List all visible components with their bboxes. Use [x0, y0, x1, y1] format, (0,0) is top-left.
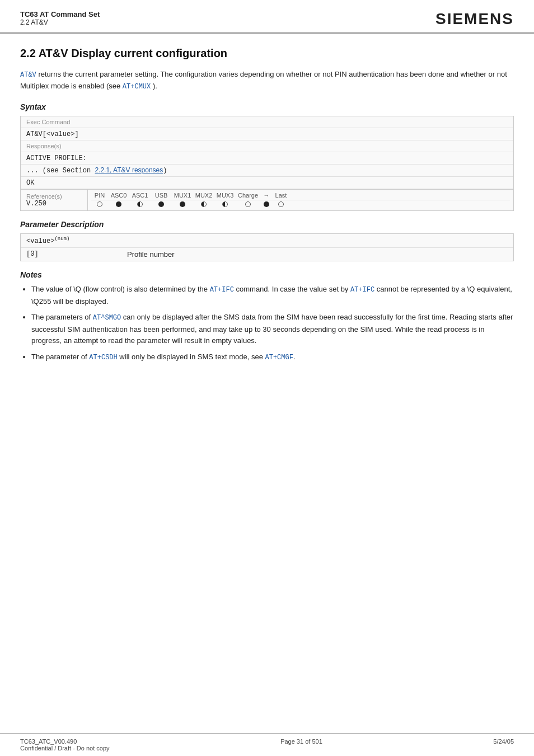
at-ifc-link-1[interactable]: AT+IFC — [210, 286, 234, 294]
param-val: Profile number — [127, 250, 508, 259]
notes-heading: Notes — [20, 270, 514, 279]
col-asc0: ASC0 — [108, 192, 129, 199]
col-pin: PIN — [91, 192, 108, 199]
section-heading: 2.2 AT&V Display current configuration — [20, 47, 514, 60]
ref-table-right: PIN ASC0 ASC1 USB MUX1 MUX2 MUX3 Charge … — [88, 190, 513, 210]
footer-doc-id: TC63_ATC_V00.490 — [20, 738, 110, 745]
response-close: ) — [163, 167, 167, 175]
param-code: <value>(num) — [26, 237, 69, 245]
intro-text3: ). — [153, 82, 157, 90]
header-subtitle: 2.2 AT&V — [20, 18, 100, 26]
ref-table-left: Reference(s) V.250 — [21, 190, 88, 210]
ref-label: Reference(s) — [26, 193, 82, 200]
section-number: 2.2 — [20, 47, 36, 59]
ref-value: V.250 — [26, 200, 82, 208]
syntax-heading: Syntax — [20, 102, 514, 111]
indicator-arrow — [260, 201, 273, 208]
page: TC63 AT Command Set 2.2 AT&V SIEMENS 2.2… — [0, 0, 534, 756]
ok-text: OK — [26, 179, 34, 187]
circle-filled-asc0 — [116, 201, 121, 207]
col-last: Last — [273, 192, 289, 199]
indicator-charge — [236, 201, 260, 208]
at-cmgf-link[interactable]: AT+CMGF — [265, 354, 293, 361]
indicator-asc0 — [108, 201, 129, 208]
note-item-2: The parameters of AT^SMGO can only be di… — [31, 312, 514, 347]
cmux-link[interactable]: AT+CMUX — [123, 83, 151, 91]
response-ellipsis: ... (see Section — [26, 167, 95, 175]
indicator-mux2 — [193, 201, 214, 208]
at-smgo-link[interactable]: AT^SMGO — [93, 314, 121, 322]
at-ifc-link-2[interactable]: AT+IFC — [350, 286, 374, 294]
circle-filled-mux1 — [180, 201, 185, 207]
circle-half-asc1 — [137, 201, 143, 207]
syntax-box: Exec Command AT&V[<value>] Response(s) A… — [20, 116, 514, 211]
footer-left: TC63_ATC_V00.490 Confidential / Draft - … — [20, 738, 110, 752]
siemens-logo: SIEMENS — [435, 10, 514, 28]
circle-filled-arrow — [264, 201, 269, 207]
ref-table-wrapper: Reference(s) V.250 PIN ASC0 ASC1 USB MUX… — [21, 189, 513, 210]
indicator-usb — [151, 201, 172, 208]
circle-empty-pin — [97, 201, 102, 207]
indicator-last — [273, 201, 289, 208]
notes-list: The value of \Q (flow control) is also d… — [20, 284, 514, 363]
exec-code-row: AT&V[<value>] — [21, 128, 513, 140]
footer-confidential: Confidential / Draft - Do not copy — [20, 745, 110, 752]
footer: TC63_ATC_V00.490 Confidential / Draft - … — [0, 733, 534, 756]
indicator-mux3 — [214, 201, 236, 208]
ok-row: OK — [21, 177, 513, 189]
ref-header-row: PIN ASC0 ASC1 USB MUX1 MUX2 MUX3 Charge … — [91, 191, 510, 200]
circle-filled-usb — [158, 201, 164, 207]
param-name-row: <value>(num) — [21, 234, 513, 248]
circle-empty-last — [278, 201, 284, 207]
main-content: 2.2 AT&V Display current configuration A… — [0, 34, 534, 733]
footer-page: Page 31 of 501 — [280, 738, 322, 752]
indicator-asc1 — [129, 201, 151, 208]
exec-label-row: Exec Command — [21, 116, 513, 128]
section-link[interactable]: 2.2.1, AT&V responses — [95, 166, 163, 174]
note-item-3: The parameter of AT+CSDH will only be di… — [31, 351, 514, 363]
section-title: AT&V Display current configuration — [39, 47, 227, 59]
note-item-1: The value of \Q (flow control) is also d… — [31, 284, 514, 307]
intro-paragraph: AT&V returns the current parameter setti… — [20, 69, 514, 92]
col-charge: Charge — [236, 192, 260, 199]
exec-code: AT&V[<value>] — [26, 130, 79, 138]
col-arrow: → — [260, 192, 273, 199]
at-csdh-link[interactable]: AT+CSDH — [89, 354, 117, 361]
indicator-pin — [91, 201, 108, 208]
param-key: [0] — [26, 250, 127, 259]
response-code1: ACTIVE PROFILE: — [26, 154, 87, 162]
col-asc1: ASC1 — [129, 192, 151, 199]
circle-half-mux3 — [222, 201, 228, 207]
exec-label: Exec Command — [26, 119, 70, 125]
response-text-row: ... (see Section 2.2.1, AT&V responses) — [21, 165, 513, 177]
param-desc-row: [0] Profile number — [21, 248, 513, 261]
col-usb: USB — [151, 192, 172, 199]
intro-text2: returns the current parameter setting. T… — [20, 70, 507, 90]
header-title: TC63 AT Command Set — [20, 10, 100, 18]
response-label-row: Response(s) — [21, 140, 513, 152]
circle-half-mux2 — [201, 201, 207, 207]
response-code-row: ACTIVE PROFILE: — [21, 152, 513, 165]
param-sup: (num) — [54, 236, 69, 242]
footer-date: 5/24/05 — [493, 738, 514, 752]
col-mux2: MUX2 — [193, 192, 214, 199]
col-mux1: MUX1 — [172, 192, 193, 199]
param-heading: Parameter Description — [20, 220, 514, 229]
response-label: Response(s) — [26, 143, 61, 149]
col-mux3: MUX3 — [214, 192, 236, 199]
header: TC63 AT Command Set 2.2 AT&V SIEMENS — [0, 0, 534, 34]
indicator-mux1 — [172, 201, 193, 208]
header-left: TC63 AT Command Set 2.2 AT&V — [20, 10, 100, 26]
circle-empty-charge — [245, 201, 251, 207]
atv-link[interactable]: AT&V — [20, 71, 36, 79]
ref-data-row — [91, 200, 510, 209]
param-box: <value>(num) [0] Profile number — [20, 233, 514, 261]
